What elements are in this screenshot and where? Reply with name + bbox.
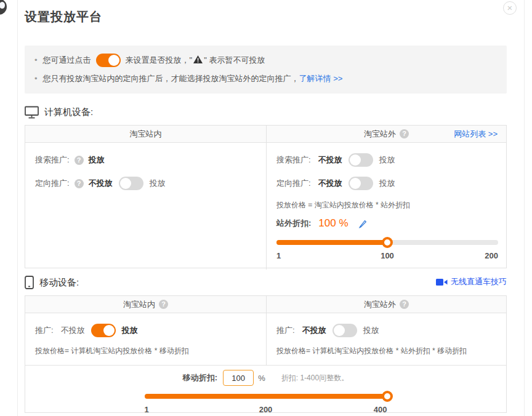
mobile-inner-promo-toggle[interactable] (91, 324, 116, 337)
wireless-tips-label: 无线直通车技巧 (451, 276, 507, 287)
mobile-outer-promo-row: 推广: 不投放 投放 (276, 322, 496, 339)
discount-label: 站外折扣: (276, 218, 311, 229)
help-icon[interactable]: ? (159, 300, 168, 309)
header-label: 淘宝站内 (123, 299, 155, 310)
outer-discount-line: 站外折扣: 100 % (276, 216, 498, 231)
page-title: 设置投放平台 (25, 9, 507, 25)
off-value: 不投放 (318, 154, 342, 166)
slider-labels: 1 100 200 (276, 251, 498, 261)
computer-inner-cell: 搜索推广: ? 投放 定向推广: ? 不投放 投放 (25, 143, 266, 270)
on-value: 投放 (150, 178, 166, 189)
discount-value: 100 % (318, 217, 348, 230)
toggle-knob (334, 325, 345, 336)
computer-panel-header: 淘宝站内 淘宝站外 ? 网站列表 >> (25, 126, 506, 143)
computer-inner-search-row: 搜索推广: ? 投放 (35, 151, 256, 169)
discount-hint: 折扣: 1-400间整数。 (281, 373, 349, 383)
bullet-icon: • (34, 73, 38, 85)
help-icon[interactable]: ? (400, 129, 409, 138)
header-label: 淘宝站外 (364, 129, 396, 140)
tip-text: 您可通过点击 (43, 54, 91, 66)
row-label: 搜索推广: (276, 154, 311, 166)
row-label: 定向推广: (276, 178, 311, 189)
on-value: 投放 (379, 178, 395, 189)
mobile-outer-formula: 投放价格= 计算机淘宝站内投放价格 * 站外折扣 * 移动折扣 (276, 346, 496, 356)
computer-outer-target-toggle[interactable] (349, 177, 373, 190)
active-value: 投放 (89, 154, 105, 166)
toggle-knob (120, 178, 131, 189)
computer-section-label: 计算机设备: (44, 106, 93, 118)
background-page-icon (0, 0, 7, 15)
learn-more-link[interactable]: 了解详情 >> (299, 73, 343, 85)
wireless-tips-link[interactable]: 无线直通车技巧 (436, 276, 507, 287)
monitor-icon (25, 106, 39, 119)
computer-section-header: 计算机设备: (25, 104, 507, 120)
off-value: 不投放 (89, 178, 113, 189)
row-label: 推广: (276, 325, 295, 336)
pencil-icon[interactable] (358, 219, 368, 228)
computer-inner-target-toggle[interactable] (119, 177, 143, 190)
mobile-panel-header: 淘宝站内 ? 淘宝站外 ? (25, 296, 506, 313)
header-label: 淘宝站外 (364, 299, 396, 310)
slider-max-label: 400 (374, 405, 387, 414)
on-value: 投放 (379, 154, 395, 166)
toggle-knob (350, 154, 361, 166)
computer-outer-search-row: 搜索推广: 不投放 投放 (276, 151, 498, 169)
site-list-link[interactable]: 网站列表 >> (454, 129, 498, 140)
tip-line-2: • 您只有投放淘宝站内的定向推广后，才能选择投放淘宝站外的定向推广， 了解详情 … (34, 73, 497, 85)
settings-dialog: × 设置投放平台 • 您可通过点击 来设置是否投放，" " 表示暂不可投放 • … (0, 0, 532, 416)
slider-fill (276, 240, 387, 245)
help-icon[interactable]: ? (400, 300, 409, 309)
mobile-discount-input[interactable] (223, 370, 254, 386)
toggle-knob (350, 178, 361, 189)
outer-discount-slider[interactable] (276, 237, 498, 248)
tip-text: 您只有投放淘宝站内的定向推广后，才能选择投放淘宝站外的定向推广， (43, 73, 299, 85)
off-value: 不投放 (61, 325, 85, 336)
slider-handle[interactable] (382, 237, 393, 248)
mobile-panel: 淘宝站内 ? 淘宝站外 ? 推广: 不投放 投放 投放价格= (25, 295, 507, 413)
computer-outer-search-toggle[interactable] (349, 153, 373, 167)
computer-outer-cell: 搜索推广: 不投放 投放 定向推广: 不投放 投放 投放价格 = 淘宝站内投放价… (266, 143, 508, 270)
mobile-section-label: 移动设备: (39, 277, 79, 289)
row-label: 推广: (35, 325, 54, 336)
phone-icon (25, 276, 34, 289)
mobile-inner-header: 淘宝站内 ? (25, 296, 266, 313)
mobile-inner-cell: 推广: 不投放 投放 投放价格= 计算机淘宝站内投放价格 * 移动折扣 (25, 313, 266, 365)
on-value: 投放 (363, 325, 379, 336)
mobile-outer-cell: 推广: 不投放 投放 投放价格= 计算机淘宝站内投放价格 * 站外折扣 * 移动… (266, 313, 506, 365)
slider-labels: 1 200 400 (145, 405, 387, 415)
computer-outer-header: 淘宝站外 ? 网站列表 >> (266, 126, 506, 142)
computer-inner-header: 淘宝站内 (25, 126, 266, 142)
tip-text: 来设置是否投放，" (126, 54, 193, 66)
tip-line-1: • 您可通过点击 来设置是否投放，" " 表示暂不可投放 (34, 54, 497, 67)
tip-text: " 表示暂不可投放 (204, 54, 265, 66)
bullet-icon: • (34, 54, 38, 66)
example-toggle[interactable] (96, 54, 121, 67)
slider-handle[interactable] (382, 391, 393, 402)
help-icon[interactable]: ? (75, 179, 84, 188)
mobile-discount-slider[interactable] (145, 391, 387, 402)
slider-max-label: 200 (485, 251, 498, 260)
row-label: 搜索推广: (35, 154, 70, 166)
mobile-discount-label: 移动折扣: (183, 372, 217, 383)
slider-fill (145, 394, 387, 399)
row-label: 定向推广: (35, 178, 70, 189)
on-value: 投放 (122, 325, 138, 336)
slider-min-label: 1 (276, 251, 281, 260)
mobile-panel-body: 推广: 不投放 投放 投放价格= 计算机淘宝站内投放价格 * 移动折扣 推广: … (25, 313, 506, 365)
tip-box: • 您可通过点击 来设置是否投放，" " 表示暂不可投放 • 您只有投放淘宝站内… (25, 46, 507, 94)
mobile-discount-row: 移动折扣: % 折扣: 1-400间整数。 1 200 400 (25, 365, 506, 412)
mobile-outer-header: 淘宝站外 ? (266, 296, 506, 313)
video-camera-icon (436, 278, 448, 286)
dialog-left-border (17, 0, 18, 416)
slider-min-label: 1 (145, 405, 149, 414)
slider-mid-label: 200 (259, 405, 273, 414)
mobile-inner-promo-row: 推广: 不投放 投放 (35, 322, 256, 339)
computer-panel: 淘宝站内 淘宝站外 ? 网站列表 >> 搜索推广: ? 投放 (25, 125, 507, 268)
mobile-section-header: 移动设备: 无线直通车技巧 (25, 274, 507, 290)
toggle-knob (108, 55, 119, 66)
mobile-outer-promo-toggle[interactable] (332, 324, 357, 337)
mobile-discount-input-line: 移动折扣: % 折扣: 1-400间整数。 (25, 369, 506, 386)
help-icon[interactable]: ? (75, 156, 84, 165)
computer-panel-body: 搜索推广: ? 投放 定向推广: ? 不投放 投放 搜索推广: (25, 143, 506, 268)
dialog-content: 设置投放平台 • 您可通过点击 来设置是否投放，" " 表示暂不可投放 • 您只… (25, 0, 507, 413)
